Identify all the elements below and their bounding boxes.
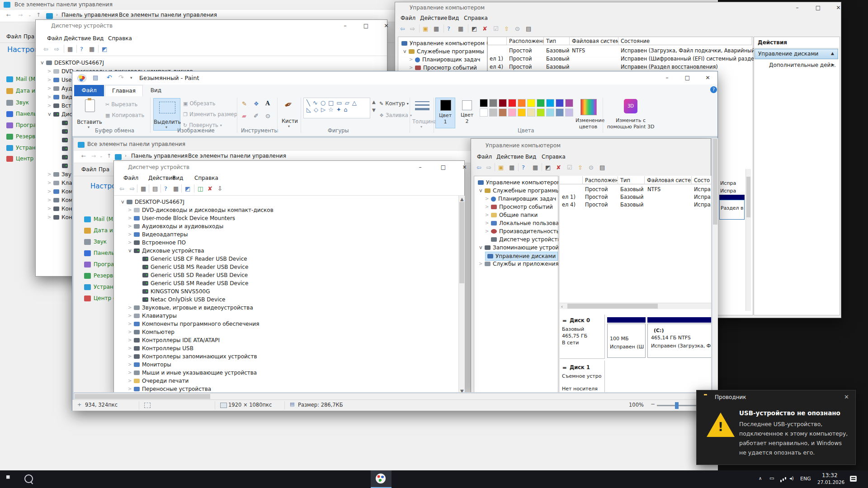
tree-row-disk-management-selected[interactable]: Управление дисками: [485, 252, 558, 261]
col-header-location[interactable]: Расположение: [507, 37, 544, 45]
scroll-up-icon[interactable]: ▲: [460, 197, 464, 202]
tree-row[interactable]: >Клавиатуры: [128, 312, 177, 320]
taskbar-app-paint-active[interactable]: [371, 470, 392, 488]
window-list-icon[interactable]: ▦: [509, 164, 514, 170]
color1-button[interactable]: Цвет 1: [435, 98, 455, 128]
tree-row-shared-folders[interactable]: >Общие папки: [485, 211, 538, 219]
shapes-box[interactable]: ╲∿○□▭▱△ ◺◇▷☆✦⌂: [303, 98, 370, 118]
tree-row[interactable]: >Зву: [47, 170, 71, 178]
recent-dropdown-icon[interactable]: ⌄: [28, 13, 32, 17]
tray-time[interactable]: 13:32: [822, 472, 838, 479]
tree-row[interactable]: >Дис: [47, 110, 72, 118]
partition-c-drive[interactable]: (C:) 465,14 ГБ NTFS Исправен (Загрузка, …: [647, 324, 711, 358]
properties-icon[interactable]: ▦: [533, 164, 538, 170]
tab-file[interactable]: Файл: [74, 85, 104, 96]
menu-view[interactable]: Вид: [172, 175, 183, 181]
cp-link-troubleshoot[interactable]: Устране: [6, 145, 39, 151]
shapes-scroll-down-icon[interactable]: ▼: [372, 108, 376, 113]
up-icon[interactable]: ↑: [36, 12, 41, 18]
fill-button[interactable]: ❖Заливка▾: [379, 112, 412, 118]
tree-row-computer[interactable]: >DESKTOP-US4667J: [40, 59, 104, 67]
scroll-left-icon[interactable]: ‹: [561, 304, 563, 309]
palette-swatch[interactable]: [546, 108, 554, 117]
maximize-button[interactable]: □: [356, 23, 376, 29]
palette-swatch[interactable]: [508, 108, 516, 117]
tray-network-icon[interactable]: [780, 480, 782, 482]
window-icon[interactable]: ▦: [173, 186, 179, 192]
outline-button[interactable]: ✎Контур▾: [379, 100, 409, 107]
scroll-down-icon[interactable]: ▼: [460, 389, 464, 392]
tree-row[interactable]: >Мыши и иные указывающие устройства: [128, 369, 257, 377]
start-button[interactable]: [6, 475, 14, 483]
color2-button[interactable]: Цвет 2: [457, 98, 477, 128]
help-icon[interactable]: ?: [522, 164, 525, 170]
tree-row-usb-device[interactable]: >Generic USB MS Reader USB Device: [137, 263, 248, 271]
tree-row-root[interactable]: Управление компьютером (л: [401, 39, 492, 47]
tree-row-disk[interactable]: >: [56, 162, 68, 170]
back-icon[interactable]: ←: [6, 12, 11, 18]
col-header-blank[interactable]: [560, 176, 583, 184]
tree-row[interactable]: >Вст: [47, 102, 71, 110]
tree-row-system-tools[interactable]: >Служебные программы: [403, 47, 484, 56]
close-button[interactable]: ✕: [376, 23, 396, 29]
tree-row[interactable]: >Переносные устройства: [128, 385, 211, 392]
search-icon[interactable]: ⊙: [589, 164, 594, 170]
expand-icon[interactable]: ▶: [831, 62, 835, 67]
maximize-button[interactable]: □: [433, 164, 453, 170]
tree-row[interactable]: >Вид: [47, 93, 72, 101]
paint-canvas-image[interactable]: Все элементы панели управления ← → ⌄ ↑ ›…: [74, 138, 711, 392]
cp-link-mail[interactable]: Mail (M: [6, 76, 35, 82]
back-icon[interactable]: ←: [81, 153, 86, 159]
edit-colors-button[interactable]: Изменение цветов: [576, 98, 601, 132]
palette-swatch[interactable]: [480, 99, 488, 107]
search-icon[interactable]: ⊙: [515, 26, 520, 32]
thickness-dropdown-icon[interactable]: ▾: [420, 125, 422, 129]
menu-action[interactable]: Действие: [420, 15, 447, 21]
uninstall-icon[interactable]: ✘: [208, 186, 212, 192]
eraser-tool-icon[interactable]: ▰: [242, 113, 246, 119]
toast-close-icon[interactable]: ✕: [844, 394, 849, 400]
tree-row[interactable]: >DVD-дисководы и дисководы компакт-диско…: [128, 206, 274, 214]
tree-row-netac-usb[interactable]: >Netac OnlyDisk USB Device: [137, 296, 225, 304]
scan-icon[interactable]: ◩: [545, 164, 551, 170]
tree-row-root[interactable]: Управление компьютером (л: [478, 178, 568, 187]
menu-view[interactable]: Вид: [93, 35, 104, 42]
minimize-button[interactable]: –: [335, 23, 355, 29]
copy-button[interactable]: ▦Копировать: [105, 112, 144, 118]
palette-swatch[interactable]: [537, 108, 545, 117]
tray-language[interactable]: ENG: [800, 476, 811, 482]
tree-row-task-scheduler[interactable]: >Планировщик задач: [409, 56, 480, 64]
tree-row[interactable]: >User-mode Block Device Mounters: [128, 214, 235, 222]
text-tool-icon[interactable]: A: [265, 100, 270, 106]
menu-help[interactable]: Справка: [464, 15, 488, 21]
cp-link-datetime[interactable]: Дата и: [84, 227, 113, 234]
brushes-dropdown-icon[interactable]: ▾: [288, 124, 290, 128]
palette-swatch[interactable]: [499, 99, 507, 107]
menu-help[interactable]: Справка: [194, 175, 218, 181]
recent-dropdown-icon[interactable]: ⌄: [99, 154, 103, 158]
close-button[interactable]: ✕: [454, 164, 475, 170]
menu-file[interactable]: Файл: [47, 35, 62, 42]
scan-icon[interactable]: ◩: [102, 46, 107, 52]
cp-link-troubleshoot[interactable]: Устране: [84, 284, 117, 290]
window-list-icon[interactable]: ▦: [67, 46, 73, 52]
partition-system[interactable]: 100 МБ Исправен (Ш: [607, 324, 646, 358]
scan-changes-icon[interactable]: ⇩: [217, 186, 222, 192]
cut-button[interactable]: ✂Вырезать: [105, 101, 137, 108]
tree-row[interactable]: >Дисковые устройства: [128, 247, 204, 255]
col-header-location[interactable]: Расположение: [583, 176, 618, 184]
palette-swatch[interactable]: [527, 108, 535, 117]
cp-link-programs[interactable]: Програ: [6, 122, 36, 128]
check-icon[interactable]: ☑: [493, 26, 499, 32]
open-folder-icon[interactable]: ▣: [423, 26, 428, 32]
paste-dropdown-icon[interactable]: ▾: [88, 125, 90, 129]
update-driver-icon[interactable]: ◫: [198, 186, 203, 192]
menu-view[interactable]: Вид: [448, 15, 459, 21]
window-list-icon[interactable]: ▦: [141, 186, 146, 192]
collapse-icon[interactable]: ▲: [831, 51, 834, 56]
palette-swatch[interactable]: [565, 108, 573, 117]
menu-file[interactable]: Файл: [6, 33, 21, 40]
select-button[interactable]: Выделить ▾: [153, 98, 180, 131]
col-header-fs[interactable]: Файловая система: [570, 37, 618, 45]
palette-swatch[interactable]: [499, 108, 507, 117]
